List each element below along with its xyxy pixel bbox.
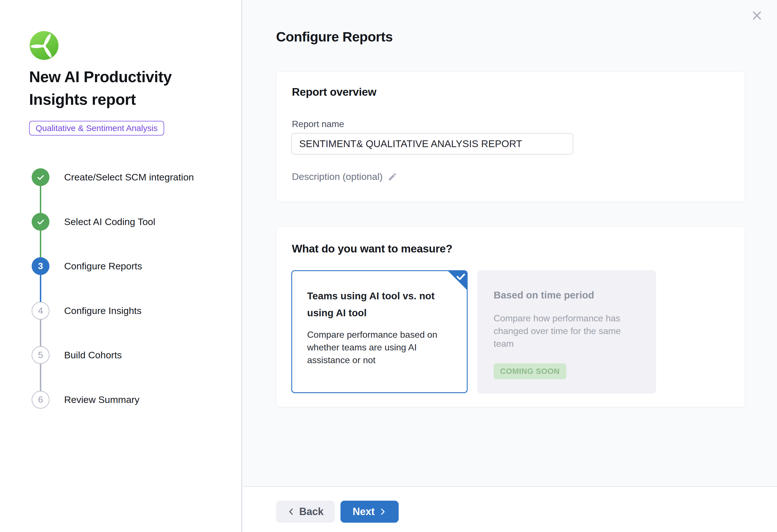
option-description: Compare how performance has changed over… — [493, 312, 629, 350]
sidebar-step-build-cohorts: Build Cohorts — [64, 346, 122, 364]
report-overview-card: Report overview Report name Description … — [276, 72, 745, 202]
description-label: Description (optional) — [292, 171, 382, 182]
close-button[interactable] — [749, 8, 765, 23]
sidebar-step-review-summary: Review Summary — [64, 391, 139, 409]
sidebar-step-ai-coding-tool[interactable]: Select AI Coding Tool — [64, 213, 155, 231]
pencil-icon — [387, 172, 397, 181]
sidebar-step-configure-insights: Configure Insights — [64, 302, 141, 320]
step-number: 3 — [38, 261, 43, 271]
page-title: Configure Reports — [276, 29, 393, 45]
step-3-indicator[interactable]: 3 — [32, 257, 49, 275]
step-number: 4 — [38, 305, 43, 316]
step-1-indicator[interactable] — [32, 168, 49, 186]
measure-card: What do you want to measure? Teams using… — [276, 227, 745, 407]
step-4-indicator: 4 — [32, 302, 49, 320]
report-overview-heading: Report overview — [292, 86, 376, 98]
option-time-period: Based on time period Compare how perform… — [477, 270, 656, 394]
option-teams-vs-no-ai[interactable]: Teams using AI tool vs. not using AI too… — [291, 270, 468, 393]
selected-corner-check-icon — [448, 271, 467, 290]
step-connector — [40, 186, 41, 213]
description-edit-row[interactable]: Description (optional) — [292, 171, 397, 182]
step-2-indicator[interactable] — [32, 213, 49, 231]
report-name-input[interactable] — [291, 133, 573, 154]
next-button[interactable]: Next — [340, 501, 399, 523]
chevron-right-icon — [378, 508, 386, 516]
app-logo-icon — [30, 31, 59, 60]
chevron-left-icon — [287, 508, 295, 516]
back-button[interactable]: Back — [276, 501, 335, 523]
measure-heading: What do you want to measure? — [292, 243, 452, 255]
back-button-label: Back — [299, 506, 324, 518]
step-connector — [40, 320, 41, 347]
wizard-sidebar: New AI Productivity Insights report Qual… — [0, 0, 242, 532]
wizard-title: New AI Productivity Insights report — [29, 65, 204, 111]
step-number: 6 — [38, 394, 43, 405]
configure-reports-panel: Configure Reports Report overview Report… — [243, 0, 777, 532]
step-5-indicator: 5 — [32, 346, 49, 364]
measure-options: Teams using AI tool vs. not using AI too… — [291, 270, 656, 394]
report-type-badge: Qualitative & Sentiment Analysis — [29, 121, 164, 136]
sidebar-step-scm-integration[interactable]: Create/Select SCM integration — [64, 168, 194, 186]
next-button-label: Next — [353, 506, 375, 518]
option-title: Based on time period — [493, 287, 641, 303]
check-icon — [36, 218, 45, 227]
step-connector — [40, 231, 41, 258]
option-title: Teams using AI tool vs. not using AI too… — [307, 287, 448, 321]
step-6-indicator: 6 — [32, 391, 49, 409]
check-icon — [36, 173, 45, 182]
close-icon — [750, 9, 764, 22]
coming-soon-badge: COMING SOON — [493, 364, 566, 379]
step-connector — [40, 364, 41, 391]
report-name-label: Report name — [292, 119, 344, 129]
wizard-footer: Back Next — [243, 486, 777, 532]
option-description: Compare performance based on whether tea… — [307, 328, 443, 367]
step-connector — [40, 275, 41, 302]
sidebar-step-configure-reports[interactable]: Configure Reports — [64, 257, 142, 275]
step-number: 5 — [38, 350, 43, 360]
